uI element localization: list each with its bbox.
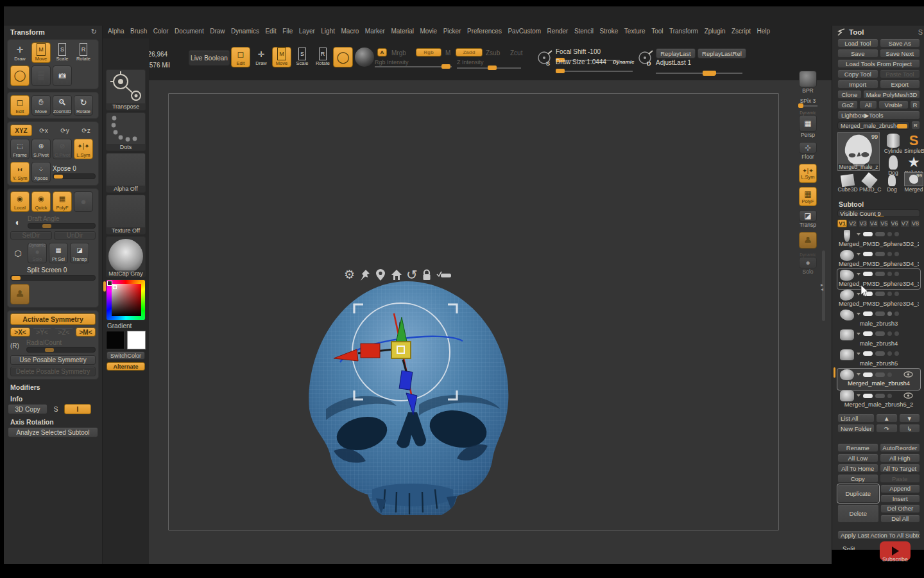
draw-mode-button[interactable]: ✛Draw	[10, 42, 30, 63]
brush-toggle-button[interactable]: ◯	[10, 66, 30, 86]
subtool-thumbnail[interactable]	[840, 369, 854, 380]
refresh-icon[interactable]: ↻	[91, 28, 97, 36]
menu-item[interactable]: Preferences	[467, 28, 502, 35]
xpose-button[interactable]: ⁘Xpose	[31, 162, 51, 182]
move-down-button[interactable]: ▼	[899, 414, 921, 423]
rotate-canvas-button[interactable]: ↻Rotate	[74, 95, 93, 116]
save-next-button[interactable]: Save Next	[880, 49, 921, 58]
zsub-toggle[interactable]: Zsub	[486, 49, 500, 57]
sym-x-button[interactable]: >X<	[10, 328, 30, 337]
subtool-thumbnail[interactable]	[840, 290, 854, 301]
local-symmetry-button[interactable]: ✦|✦L.Sym	[74, 139, 93, 159]
menu-item[interactable]: Draw	[210, 28, 225, 35]
ghost-shelf-button[interactable]: 👤︎	[797, 232, 819, 249]
setdir-button[interactable]: SetDir	[10, 231, 52, 240]
subtool-row-selected[interactable]: Merged_male_zbrush4	[837, 369, 920, 390]
subtool-row[interactable]: Merged_PM3D_Sphere3D4_3	[837, 269, 920, 289]
dynamic-label[interactable]: Dynamic	[613, 59, 634, 65]
tool-thumb-pm3d[interactable]: PM3D_C	[859, 175, 880, 193]
frame-button[interactable]: ⬚Frame	[10, 139, 30, 159]
export-button[interactable]: Export	[880, 80, 921, 89]
menu-item[interactable]: Dynamics	[231, 28, 259, 35]
zadd-toggle-button[interactable]: Zadd	[456, 48, 483, 57]
menu-item[interactable]: Marker	[365, 28, 385, 35]
menu-item[interactable]: PavCustom	[508, 28, 541, 35]
lightbox-tools-button[interactable]: Lightbox▶Tools	[837, 110, 920, 119]
analyze-subtool-button[interactable]: Analyze Selected Subtool	[8, 427, 98, 437]
secondary-color-swatch[interactable]	[127, 331, 146, 349]
visibility-tab[interactable]: V5	[879, 220, 889, 227]
append-button[interactable]: Append	[880, 484, 921, 493]
polyframe-button[interactable]: ▦PolyF	[53, 191, 72, 212]
subtool-thumbnail[interactable]	[840, 329, 854, 340]
active-tool-thumbnail[interactable]: 99 Merged_male_z	[837, 132, 880, 171]
subtool-row[interactable]: Merged_PM3D_Sphere3D2_2	[837, 229, 920, 249]
move-into-folder-button[interactable]: ↷	[876, 424, 898, 433]
subtool-thumbnail[interactable]	[840, 250, 854, 261]
adjust-last-slider[interactable]	[656, 73, 742, 74]
subtool-row[interactable]: Merged_PM3D_Sphere3D4_3	[837, 249, 920, 269]
menu-item[interactable]: Texture	[624, 28, 646, 35]
i-button[interactable]: I	[64, 404, 91, 414]
alpha-selector[interactable]: Alpha Off	[106, 153, 146, 193]
tool-thumb-cylinder[interactable]: Cylinde	[884, 134, 903, 154]
subtool-row[interactable]: male_zbrush3	[837, 309, 920, 329]
new-folder-button[interactable]: New Folder	[837, 424, 875, 433]
menu-item[interactable]: Transform	[669, 28, 698, 35]
modifiers-section[interactable]: Modifiers	[10, 383, 102, 391]
stroke-dots-tool[interactable]: Dots	[106, 112, 146, 151]
rgb-toggle-button[interactable]: Rgb	[416, 48, 441, 57]
tool-thumb-dog1[interactable]: Dog	[884, 155, 903, 176]
active-tool-slider[interactable]: Merged_male_zbrush4. 51	[837, 121, 910, 130]
zoom3d-button[interactable]: 🔍︎Zoom3D	[53, 95, 72, 116]
toggle-dot[interactable]	[894, 232, 899, 236]
paint-toggle-button[interactable]: ▒	[31, 66, 51, 86]
clone-button[interactable]: Clone	[837, 90, 862, 99]
y-symmetry-button[interactable]: ◑◐Y. Sym	[10, 162, 30, 182]
transparency-button[interactable]: ◪Transp	[70, 243, 89, 263]
subtool-row[interactable]: Merged_PM3D_Sphere3D4_3	[837, 289, 920, 309]
visibility-tab[interactable]: V4	[869, 220, 878, 227]
move-out-folder-button[interactable]: ↳	[899, 424, 921, 433]
persp-button[interactable]: Dynamic ▦ Persp	[797, 110, 819, 138]
auto-reorder-button[interactable]: AutoReorder	[880, 443, 921, 452]
visibility-tab[interactable]: V6	[890, 220, 900, 227]
tool-thumb-cube[interactable]: Cube3D	[837, 175, 858, 193]
move-mode-button[interactable]: MMove	[31, 42, 51, 63]
rotate-mode-button[interactable]: RRotate	[74, 42, 93, 63]
menu-item[interactable]: Alpha	[108, 28, 124, 35]
menu-item[interactable]: Light	[321, 28, 335, 35]
delete-button[interactable]: Delete	[837, 504, 879, 523]
goz-button[interactable]: GoZ	[837, 100, 858, 109]
rot-y-icon[interactable]: ⟳y	[55, 127, 74, 134]
goz-visible-button[interactable]: Visible	[878, 100, 909, 109]
main-color-swatch[interactable]	[106, 331, 124, 349]
delete-posable-symmetry-button[interactable]: Delete Posable Symmetry	[10, 367, 96, 376]
undir-button[interactable]: UnDir	[54, 231, 96, 240]
split-screen-slider[interactable]	[10, 275, 96, 281]
copy-tool-button[interactable]: Copy Tool	[837, 69, 878, 78]
snapshot-button[interactable]: 📷︎	[53, 66, 72, 86]
transpose-tool[interactable]: Transpose	[106, 69, 146, 110]
point-select-button[interactable]: ▦Pt Sel	[49, 243, 68, 263]
paste-tool-button[interactable]: Paste Tool	[880, 69, 921, 78]
texture-selector[interactable]: Texture Off	[106, 195, 146, 234]
copy-3d-button[interactable]: 3D Copy	[8, 404, 47, 414]
draft-angle-slider[interactable]	[28, 223, 96, 229]
use-posable-symmetry-button[interactable]: Use Posable Symmetry	[10, 355, 96, 365]
menu-item[interactable]: Movie	[420, 28, 438, 35]
edit-button[interactable]: ◻Edit	[231, 47, 250, 67]
menu-item[interactable]: Macro	[341, 28, 359, 35]
menu-item[interactable]: Brush	[130, 28, 147, 35]
xyz-button[interactable]: XYZ	[10, 125, 32, 136]
edit-object-button[interactable]: ◻Edit	[10, 95, 30, 116]
local-symmetry-shelf-button[interactable]: ✦|✦L.Sym	[797, 164, 819, 183]
radial-r-label[interactable]: (R)	[10, 342, 24, 349]
info-section[interactable]: Info	[10, 395, 102, 403]
xpose-slider[interactable]	[53, 173, 96, 179]
switch-color-button[interactable]: SwitchColor	[107, 351, 145, 360]
m-toggle[interactable]: M	[445, 49, 450, 57]
box-icon[interactable]: ⬡	[10, 249, 26, 258]
material-selector[interactable]: MatCap Gray	[106, 236, 146, 277]
import-button[interactable]: Import	[837, 80, 878, 89]
